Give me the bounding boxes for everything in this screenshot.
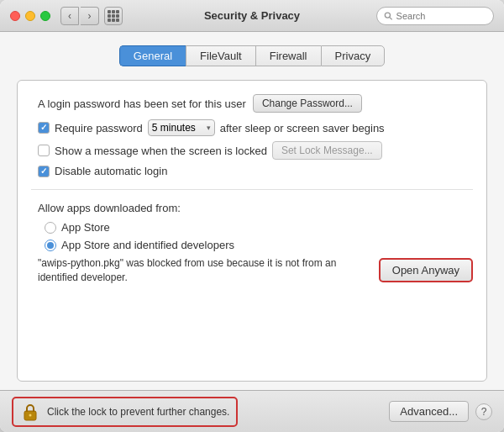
allow-apps-label: Allow apps downloaded from: — [38, 202, 473, 214]
password-time-dropdown[interactable]: 5 minutes ▾ — [148, 119, 215, 136]
settings-panel: A login password has been set for this u… — [17, 80, 487, 382]
dropdown-value: 5 minutes — [152, 122, 196, 134]
svg-point-0 — [385, 13, 390, 18]
checkmark-icon-2: ✓ — [40, 167, 47, 176]
lock-text: Click the lock to prevent further change… — [47, 406, 229, 418]
app-store-identified-label: App Store and identified developers — [61, 239, 234, 251]
lock-icon — [20, 402, 40, 422]
search-icon — [384, 11, 393, 21]
chevron-down-icon: ▾ — [207, 124, 211, 132]
padlock-icon — [22, 403, 39, 421]
open-anyway-button[interactable]: Open Anyway — [379, 258, 473, 282]
forward-button[interactable]: › — [81, 7, 99, 25]
app-store-radio-row: App Store — [45, 221, 473, 234]
traffic-lights — [10, 11, 50, 21]
grid-button[interactable] — [104, 7, 123, 25]
content-area: General FileVault Firewall Privacy A log… — [0, 32, 504, 390]
help-button[interactable]: ? — [475, 403, 492, 420]
titlebar: ‹ › Security & Privacy — [0, 0, 504, 32]
svg-rect-3 — [29, 414, 32, 416]
tab-firewall[interactable]: Firewall — [255, 45, 321, 66]
change-password-button[interactable]: Change Password... — [253, 94, 362, 113]
nav-buttons: ‹ › — [60, 7, 99, 25]
section-divider — [31, 189, 473, 190]
app-store-identified-radio-row: App Store and identified developers — [45, 239, 473, 251]
tab-filevault[interactable]: FileVault — [186, 45, 255, 66]
require-password-label: Require password — [55, 122, 143, 134]
forward-icon: › — [88, 10, 92, 22]
close-button[interactable] — [10, 11, 20, 21]
bottom-right-controls: Advanced... ? — [389, 401, 492, 422]
main-window: ‹ › Security & Privacy General — [0, 0, 504, 432]
search-box[interactable] — [376, 7, 494, 25]
show-message-row: Show a message when the screen is locked… — [38, 141, 473, 160]
app-store-identified-radio[interactable] — [45, 240, 56, 251]
disable-autologin-row: ✓ Disable automatic login — [38, 165, 473, 177]
set-lock-message-button[interactable]: Set Lock Message... — [272, 141, 382, 160]
lock-section[interactable]: Click the lock to prevent further change… — [12, 397, 238, 427]
checkmark-icon: ✓ — [40, 124, 47, 132]
require-password-checkbox[interactable]: ✓ — [38, 122, 50, 134]
maximize-button[interactable] — [40, 11, 50, 21]
show-message-checkbox[interactable] — [38, 145, 50, 156]
blocked-app-row: "awips-python.pkg" was blocked from use … — [38, 256, 473, 285]
app-store-label: App Store — [61, 221, 110, 234]
grid-icon — [108, 10, 119, 22]
search-input[interactable] — [396, 11, 486, 21]
tab-general[interactable]: General — [119, 45, 186, 66]
window-title: Security & Privacy — [204, 9, 300, 22]
blocked-app-text: "awips-python.pkg" was blocked from use … — [38, 256, 357, 285]
disable-autologin-label: Disable automatic login — [55, 165, 167, 177]
app-store-radio[interactable] — [45, 222, 56, 234]
minimize-button[interactable] — [25, 11, 35, 21]
tab-privacy[interactable]: Privacy — [321, 45, 386, 66]
back-button[interactable]: ‹ — [60, 7, 79, 25]
bottom-bar: Click the lock to prevent further change… — [0, 390, 504, 432]
login-password-text: A login password has been set for this u… — [38, 97, 246, 110]
radio-selected-indicator — [47, 242, 54, 249]
tab-bar: General FileVault Firewall Privacy — [17, 45, 487, 66]
advanced-button[interactable]: Advanced... — [389, 401, 469, 422]
require-password-row: ✓ Require password 5 minutes ▾ after sle… — [38, 119, 473, 136]
show-message-label: Show a message when the screen is locked — [55, 145, 267, 157]
svg-line-1 — [390, 17, 392, 19]
login-password-row: A login password has been set for this u… — [38, 94, 473, 113]
require-password-suffix: after sleep or screen saver begins — [220, 122, 385, 134]
back-icon: ‹ — [68, 10, 71, 22]
disable-autologin-checkbox[interactable]: ✓ — [38, 166, 50, 177]
